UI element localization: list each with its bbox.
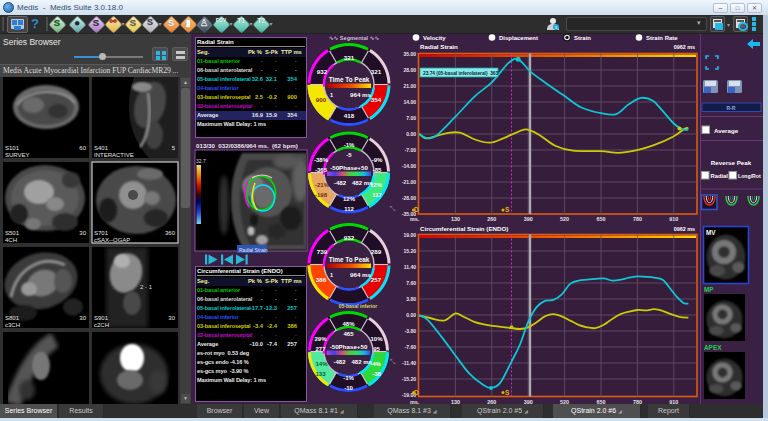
svg-text:MV: MV	[706, 229, 716, 236]
svg-text:c3CH: c3CH	[5, 322, 20, 328]
svg-text:c2CH: c2CH	[94, 322, 109, 328]
svg-text:S801: S801	[5, 315, 20, 321]
svg-text:2 - 1: 2 - 1	[140, 284, 153, 290]
svg-text:S101: S101	[5, 145, 20, 151]
svg-text:32.7: 32.7	[196, 158, 206, 164]
svg-text:S401: S401	[94, 145, 109, 151]
svg-text:S501: S501	[5, 230, 20, 236]
svg-text:360: 360	[165, 230, 176, 236]
svg-text:30: 30	[79, 230, 86, 236]
svg-text:SURVEY: SURVEY	[5, 152, 30, 158]
svg-text:60: 60	[79, 145, 86, 151]
svg-text:Radial Strain: Radial Strain	[239, 247, 268, 253]
svg-text:30: 30	[168, 315, 175, 321]
svg-text:cSAX--OGAP: cSAX--OGAP	[94, 237, 130, 243]
svg-text:APEX: APEX	[704, 344, 722, 351]
svg-text:S701: S701	[94, 230, 109, 236]
svg-text:4CH: 4CH	[5, 237, 17, 243]
svg-text:INTERACTIVE: INTERACTIVE	[94, 152, 134, 158]
svg-text:S901: S901	[94, 315, 109, 321]
svg-text:30: 30	[79, 315, 86, 321]
svg-text:MP: MP	[704, 286, 714, 293]
